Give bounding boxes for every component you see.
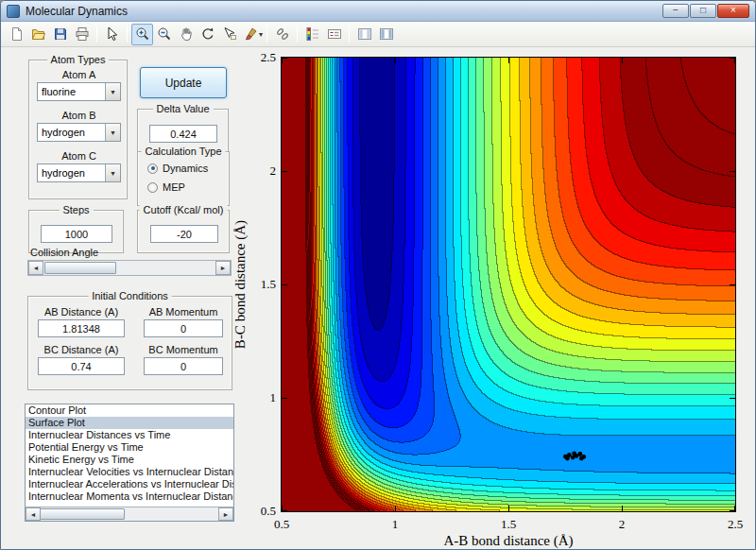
delta-value-title: Delta Value (152, 103, 213, 114)
y-tick-label: 1 (248, 390, 276, 405)
print-figure-icon[interactable] (71, 24, 93, 45)
hide-plot-tools-icon[interactable] (353, 24, 375, 45)
steps-title: Steps (59, 204, 93, 215)
y-tick-label: 2 (248, 163, 276, 179)
figure-content: Atom Types Atom A fluorine ▼ Atom B hydr… (1, 48, 755, 549)
calculation-type-title: Calculation Type (141, 146, 225, 157)
chevron-down-icon: ▼ (105, 164, 120, 181)
ab-distance-label: AB Distance (A) (38, 306, 125, 318)
bc-distance-field[interactable] (38, 357, 125, 375)
toolbar-separator (349, 26, 350, 43)
show-plot-tools-icon[interactable] (375, 24, 397, 45)
edit-plot-icon[interactable] (101, 24, 123, 45)
pan-icon[interactable] (175, 24, 197, 45)
close-button[interactable]: × (717, 4, 749, 18)
plot-type-listbox[interactable]: Contour Plot Surface Plot Internuclear D… (25, 404, 234, 522)
atom-c-label: Atom C (29, 150, 129, 162)
list-item[interactable]: Contour Plot (26, 404, 233, 417)
contour-canvas[interactable] (282, 58, 735, 511)
atom-b-value: hydrogen (38, 127, 105, 138)
list-item[interactable]: Internuclear Accelerations vs Internucle… (26, 478, 233, 490)
save-figure-icon[interactable] (49, 24, 71, 45)
scroll-right-arrow-icon[interactable]: ► (218, 507, 233, 521)
atom-c-dropdown[interactable]: hydrogen ▼ (37, 163, 121, 182)
collision-angle-label: Collision Angle (30, 247, 144, 258)
list-item[interactable]: Internuclear Velocities vs Internuclear … (26, 466, 233, 478)
app-icon (7, 5, 20, 18)
x-tick-label: 1.5 (501, 517, 516, 532)
scrollbar-thumb[interactable] (40, 508, 125, 520)
radio-selected-icon (147, 163, 158, 174)
y-tick-label: 2.5 (248, 50, 276, 65)
bc-distance-label: BC Distance (A) (38, 344, 125, 355)
rotate-3d-icon[interactable] (197, 24, 218, 45)
zoom-out-icon[interactable] (153, 24, 175, 45)
slider-left-arrow-icon[interactable]: ◄ (28, 261, 43, 275)
title-bar[interactable]: Molecular Dynamics − □ × (1, 1, 755, 22)
toolbar-separator (96, 26, 97, 43)
slider-right-arrow-icon[interactable]: ► (215, 261, 231, 275)
figure-toolbar: ▾ (1, 22, 755, 47)
atom-b-label: Atom B (29, 110, 129, 121)
x-tick-label: 2 (619, 517, 626, 532)
update-button[interactable]: Update (140, 67, 227, 98)
ab-momentum-label: AB Momentum (144, 306, 223, 318)
atom-a-value: fluorine (38, 86, 105, 97)
list-item[interactable]: Potential Energy vs Time (26, 441, 233, 454)
brush-dropdown-caret-icon[interactable]: ▾ (259, 30, 263, 39)
cutoff-title: Cutoff (Kcal/ mol) (140, 204, 228, 215)
atom-c-value: hydrogen (38, 167, 105, 179)
bc-momentum-field[interactable] (144, 357, 223, 375)
slider-thumb[interactable] (44, 262, 116, 274)
steps-field[interactable] (41, 225, 112, 243)
atom-types-panel: Atom Types Atom A fluorine ▼ Atom B hydr… (28, 60, 128, 199)
delta-value-field[interactable] (149, 125, 217, 143)
listbox-horizontal-scrollbar[interactable]: ◄ ► (26, 507, 233, 521)
scroll-left-arrow-icon[interactable]: ◄ (26, 507, 41, 521)
toolbar-separator (127, 26, 128, 43)
y-tick-label: 1.5 (248, 277, 276, 292)
collision-angle-slider[interactable]: ◄ ► (27, 260, 232, 276)
atom-b-dropdown[interactable]: hydrogen ▼ (37, 123, 121, 142)
insert-colorbar-icon[interactable] (301, 24, 323, 45)
list-item-selected[interactable]: Surface Plot (26, 417, 233, 429)
link-plots-icon[interactable] (271, 24, 293, 45)
maximize-button[interactable]: □ (690, 4, 716, 18)
pes-contour-axes: 0.5 1 1.5 2 2.5 0.5 1 1.5 2 2.5 A-B bond… (281, 57, 736, 512)
new-figure-icon[interactable] (6, 24, 27, 45)
list-item[interactable]: Internuclear Distances vs Time (26, 429, 233, 441)
atom-types-title: Atom Types (47, 54, 110, 65)
x-tick-label: 1 (392, 517, 399, 532)
radio-dynamics-label: Dynamics (163, 163, 208, 174)
atom-a-label: Atom A (29, 69, 129, 80)
calculation-type-panel: Calculation Type Dynamics MEP (137, 151, 230, 206)
radio-mep[interactable]: MEP (147, 181, 185, 193)
insert-legend-icon[interactable] (323, 24, 345, 45)
zoom-in-icon[interactable] (131, 24, 153, 45)
cutoff-field[interactable] (150, 225, 218, 243)
x-tick-label: 0.5 (274, 517, 289, 532)
bc-momentum-label: BC Momentum (144, 344, 223, 355)
toolbar-separator (297, 26, 298, 43)
cutoff-panel: Cutoff (Kcal/ mol) (137, 210, 230, 253)
atom-a-dropdown[interactable]: fluorine ▼ (37, 82, 121, 101)
x-tick-label: 2.5 (728, 517, 743, 532)
list-item[interactable]: Kinetic Energy vs Time (26, 454, 233, 466)
radio-unselected-icon (147, 182, 158, 193)
data-cursor-icon[interactable] (218, 24, 240, 45)
chevron-down-icon: ▼ (105, 83, 120, 100)
chevron-down-icon: ▼ (105, 124, 120, 141)
x-axis-label: A-B bond distance (Å) (282, 533, 735, 549)
initial-conditions-title: Initial Conditions (88, 290, 172, 301)
initial-conditions-panel: Initial Conditions AB Distance (A) AB Mo… (27, 296, 232, 390)
minimize-button[interactable]: − (662, 4, 689, 18)
app-window: Molecular Dynamics − □ × ▾ (0, 0, 756, 550)
list-item[interactable]: Internuclear Momenta vs Internuclear Dis… (26, 490, 233, 503)
y-tick-label: 0.5 (248, 504, 276, 519)
open-file-icon[interactable] (27, 24, 49, 45)
y-axis-label: B-C bond distance (Å) (232, 190, 248, 379)
ab-momentum-field[interactable] (144, 319, 223, 337)
ab-distance-field[interactable] (38, 319, 125, 337)
radio-dynamics[interactable]: Dynamics (147, 163, 208, 174)
toolbar-separator (266, 26, 267, 43)
